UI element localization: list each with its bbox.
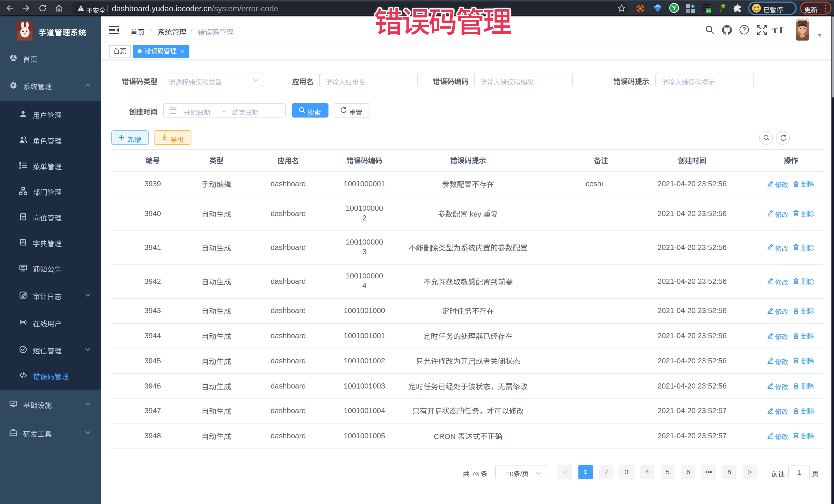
svg-text:on: on: [706, 9, 710, 13]
